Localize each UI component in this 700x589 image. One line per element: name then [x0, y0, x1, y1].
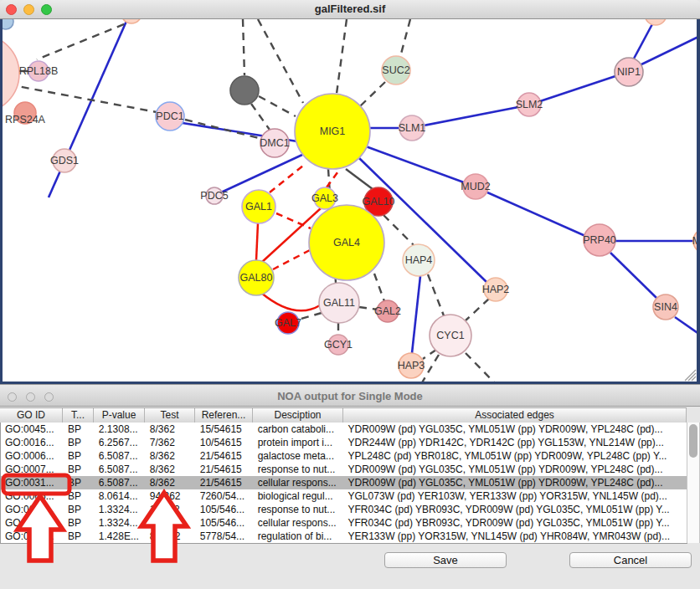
table-cell: cellular respons... [254, 516, 344, 530]
table-row[interactable]: GO:0007...BP6.5087...8/36221/54615respon… [1, 463, 687, 476]
network-node-slm1[interactable]: SLM1 [399, 115, 426, 141]
node-dark-gray[interactable] [230, 76, 259, 105]
network-node-gds1[interactable]: GDS1 [50, 149, 79, 172]
network-node-gal1[interactable]: GAL1 [242, 190, 275, 223]
node-label: GAL1 [245, 201, 272, 213]
network-edge [221, 155, 302, 192]
table-row[interactable]: GO:0016...BP6.2567...7/36210/54615protei… [1, 436, 687, 449]
network-node-pdc1[interactable]: PDC1 [156, 102, 184, 131]
column-header-referen[interactable]: Referen... [195, 408, 253, 423]
network-node-mud2[interactable]: MUD2 [461, 174, 490, 199]
column-header-associatededges[interactable]: Associated edges [343, 408, 687, 423]
column-header-test[interactable]: Test [145, 408, 195, 423]
table-cell: 1.3324... [95, 503, 146, 516]
table-row[interactable]: GO:0031...BP1.3324...11/362105/546...res… [1, 503, 687, 516]
network-node-cyc1[interactable]: CYC1 [430, 315, 471, 356]
table-cell: cellular respons... [254, 476, 344, 489]
save-button[interactable]: Save [384, 552, 507, 568]
node-label: GAL10 [363, 196, 395, 207]
cancel-button[interactable]: Cancel [569, 552, 692, 568]
table-body: GO:0045...BP2.1308...8/36215/54615carbon… [0, 423, 687, 543]
table-row[interactable]: GO:0031...BP1.3324...11/362105/546...cel… [1, 516, 687, 530]
network-node-nip1[interactable]: NIP1 [615, 58, 643, 86]
table-cell: YPL248C (pd) YBR018C, YML051W (pp) YDR00… [344, 449, 687, 463]
node-label: PRP40 [583, 234, 616, 246]
table-cell: YDR009W (pd) YGL035C, YML051W (pp) YDR00… [344, 476, 687, 489]
node-large-left[interactable] [0, 34, 19, 113]
table-cell: GO:0050... [1, 530, 64, 543]
network-edge [423, 350, 436, 359]
network-canvas[interactable]: RPL18BRPS24AGDS1PDC1MIG1SUC2SLM1DMC1SLM2… [0, 19, 700, 384]
network-edge [424, 107, 518, 125]
network-node-gal4[interactable]: GAL4 [309, 205, 384, 280]
network-node-prp40[interactable]: PRP40 [583, 224, 616, 256]
noa-titlebar[interactable]: NOA output for Single Mode [0, 384, 700, 407]
node-label: SUC2 [382, 64, 409, 76]
node-top-partial[interactable] [645, 19, 667, 25]
node-label: MUD2 [461, 181, 490, 192]
table-row[interactable]: GO:0050...BP1.428E...80/3625778/54...reg… [1, 530, 687, 543]
network-node-hap3[interactable]: HAP3 [398, 353, 425, 378]
network-node-gal3[interactable]: GAL3 [311, 187, 338, 209]
node-label: GAL2 [374, 305, 401, 317]
table-cell: BP [64, 516, 95, 530]
node-label: SLM1 [399, 122, 426, 134]
network-edge [400, 19, 410, 57]
network-node-msl5[interactable]: MSL5 [692, 228, 700, 254]
node-label: GAL80 [240, 272, 273, 284]
table-row[interactable]: GO:0031...BP6.5087...8/36221/54615cellul… [1, 476, 687, 489]
network-node-gal80[interactable]: GAL80 [239, 260, 274, 295]
table-cell: GO:0031... [1, 476, 64, 489]
network-node-mig1[interactable]: MIG1 [295, 94, 370, 169]
network-node-pdc5[interactable]: PDC5 [200, 187, 228, 204]
table-cell: 8/362 [146, 449, 196, 463]
column-header-desciption[interactable]: Desciption [253, 408, 343, 423]
table-cell: 6.5087... [95, 476, 146, 489]
table-cell: BP [64, 449, 95, 463]
network-node-rps24a[interactable]: RPS24A [5, 102, 46, 125]
network-titlebar[interactable]: galFiltered.sif [0, 0, 700, 19]
column-header-pvalue[interactable]: P-value [94, 408, 145, 423]
noa-window: NOA output for Single Mode GO IDT...P-va… [0, 384, 700, 589]
table-row[interactable]: GO:0065...BP8.0614...94/3627260/54...bio… [1, 489, 687, 503]
node-label: PDC5 [200, 190, 228, 202]
network-edge [298, 313, 322, 320]
network-node-dmc1[interactable]: DMC1 [260, 129, 289, 157]
network-node-gal2[interactable]: GAL2 [374, 300, 401, 322]
network-node-gal11[interactable]: GAL11 [319, 283, 359, 323]
network-node-hap4[interactable]: HAP4 [403, 244, 435, 276]
vertical-scrollbar[interactable] [687, 423, 700, 543]
scrollbar-thumb[interactable] [689, 424, 697, 458]
network-edge [360, 82, 385, 106]
node-top-partial-2[interactable] [121, 19, 142, 23]
table-border-bottom [0, 543, 687, 544]
table-row[interactable]: GO:0045...BP2.1308...8/36215/54615carbon… [1, 423, 687, 436]
node-corner[interactable] [0, 19, 13, 29]
resize-grip[interactable] [685, 370, 696, 381]
table-cell: 6.2567... [95, 436, 146, 449]
network-edge [273, 250, 310, 269]
table-row[interactable]: GO:0006...BP6.5087...8/36221/54615galact… [1, 449, 687, 463]
network-node-rpl18b[interactable]: RPL18B [19, 61, 59, 81]
column-header-goid[interactable]: GO ID [0, 408, 63, 423]
network-node-sin4[interactable]: SIN4 [653, 294, 678, 320]
table-cell: GO:0007... [1, 463, 64, 476]
table-cell: carbon cataboli... [254, 423, 344, 436]
network-node-gcy1[interactable]: GCY1 [324, 335, 353, 355]
network-node-suc2[interactable]: SUC2 [382, 56, 410, 85]
table-cell: 2.1308... [95, 423, 146, 436]
noa-window-title: NOA output for Single Mode [0, 390, 700, 402]
network-edge [243, 19, 244, 75]
table-cell: BP [64, 476, 95, 489]
network-node-slm2[interactable]: SLM2 [516, 93, 543, 116]
table-cell: 6.5087... [95, 449, 146, 463]
column-header-t[interactable]: T... [63, 408, 94, 423]
table-cell: YDR009W (pd) YGL035C, YML051W (pp) YDR00… [344, 423, 687, 436]
table-cell: galactose meta... [254, 449, 344, 463]
node-label: HAP4 [405, 254, 433, 266]
network-edge [610, 253, 656, 298]
table-cell: BP [64, 530, 95, 543]
node-label: RPS24A [5, 114, 46, 125]
node-label: GAL4 [333, 237, 360, 248]
network-node-gal7[interactable]: GAL7 [275, 312, 301, 334]
